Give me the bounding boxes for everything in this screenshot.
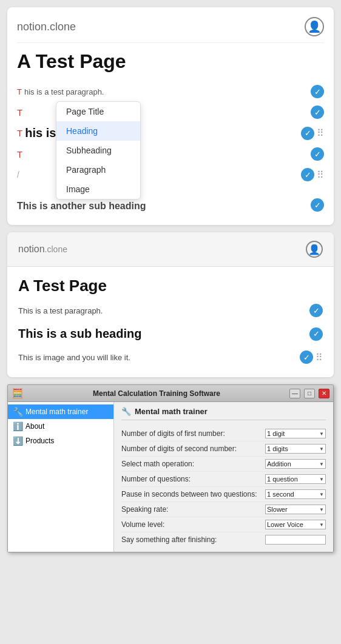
win-content-icon: 🔧 [121, 407, 131, 416]
bottom-subheading-row: This is a sub heading ✓ [18, 321, 323, 347]
bottom-paragraph: This is a test paragraph. [18, 306, 103, 315]
win-titlebar: 🧮 Mental Calculation Training Software —… [8, 385, 333, 402]
sidebar-item-about[interactable]: ℹ️ About [8, 419, 113, 434]
form-row-operation: Select math operation: Addition Subtract… [121, 457, 326, 472]
products-icon: ⬇️ [13, 436, 23, 446]
bottom-page-title: A Test Page [18, 277, 323, 295]
dropdown-paragraph[interactable]: Paragraph [56, 160, 140, 179]
row1-actions: ✓ [311, 85, 324, 98]
bottom-image-row: This is image and you will like it. ✓ ⠿ [18, 347, 323, 367]
row1-check[interactable]: ✓ [311, 85, 324, 98]
select-questions[interactable]: 1 question 5 questions 10 questions [265, 474, 326, 484]
bottom-para-check[interactable]: ✓ [309, 304, 323, 317]
win-sidebar: 🔧 Mental math trainer ℹ️ About ⬇️ Produc… [8, 402, 114, 552]
bottom-brand: notion.clone [18, 244, 67, 255]
row-paragraph-text: T [17, 87, 22, 96]
form-row-first-digits: Number of digits of first number: 1 digi… [121, 426, 326, 441]
dropdown-heading[interactable]: Heading [56, 121, 140, 141]
avatar-icon[interactable]: 👤 [305, 17, 324, 36]
row2-check[interactable]: ✓ [311, 106, 324, 119]
sidebar-item-mental-math[interactable]: 🔧 Mental math trainer [8, 404, 113, 419]
form-row-say-after: Say something after finishing: [121, 532, 326, 547]
row3-drag[interactable]: ⠿ [317, 127, 324, 139]
row5-actions: ✓ ⠿ [301, 168, 324, 181]
select-wrapper-speaking-rate: Slower Normal Faster [265, 505, 326, 514]
page-title: A Test Page [17, 50, 324, 73]
label-say-after: Say something after finishing: [121, 535, 265, 544]
sidebar-item-products-label: Products [25, 437, 54, 445]
dropdown-subheading[interactable]: Subheading [56, 141, 140, 160]
sidebar-item-products[interactable]: ⬇️ Products [8, 434, 113, 448]
form-row-volume: Volume level: Lower Voice Normal Voice L… [121, 517, 326, 532]
bottom-card-body: A Test Page This is a test paragraph. ✓ … [7, 267, 334, 377]
row-heading-typed: T [17, 107, 22, 118]
bottom-image-text: This is image and you will like it. [18, 353, 130, 362]
bottom-sub-check[interactable]: ✓ [309, 327, 323, 341]
win-content: 🔧 Mental math trainer Number of digits o… [114, 402, 333, 552]
bottom-brand-suffix: .clone [45, 244, 67, 254]
bottom-sub-heading: This is a sub heading [18, 327, 141, 341]
mental-math-icon: 🔧 [13, 407, 23, 417]
win-body: 🔧 Mental math trainer ℹ️ About ⬇️ Produc… [8, 402, 333, 552]
form-row-questions: Number of questions: 1 question 5 questi… [121, 472, 326, 487]
content-row-paragraph: T his is a test paragraph. ✓ [17, 81, 324, 102]
select-wrapper-questions: 1 question 5 questions 10 questions [265, 474, 326, 484]
dropdown-image[interactable]: Image [56, 179, 140, 199]
label-operation: Select math operation: [121, 460, 265, 468]
row5-check[interactable]: ✓ [301, 168, 314, 181]
label-questions: Number of questions: [121, 475, 265, 483]
row3-check[interactable]: ✓ [301, 127, 314, 140]
win-minimize-btn[interactable]: — [289, 389, 300, 398]
form-row-speaking-rate: Speaking rate: Slower Normal Faster [121, 502, 326, 517]
win-app: 🧮 Mental Calculation Training Software —… [7, 384, 334, 552]
bottom-brand-main: notion [18, 244, 45, 254]
select-volume[interactable]: Lower Voice Normal Voice Louder Voice [265, 520, 326, 529]
select-speaking-rate[interactable]: Slower Normal Faster [265, 505, 326, 514]
row4-actions: ✓ [311, 147, 324, 161]
select-wrapper-operation: Addition Subtraction Multiplication Divi… [265, 459, 326, 469]
bottom-paragraph-row: This is a test paragraph. ✓ [18, 300, 323, 321]
row2-actions: ✓ [311, 106, 324, 119]
sidebar-item-about-label: About [25, 422, 44, 431]
sidebar-item-mental-math-label: Mental math trainer [25, 408, 88, 416]
another-sub-check[interactable]: ✓ [311, 198, 324, 212]
row3-actions: ✓ ⠿ [301, 127, 324, 140]
select-second-digits[interactable]: 1 digits 2 digits 3 digits [265, 444, 326, 454]
row5-drag[interactable]: ⠿ [317, 169, 324, 181]
bottom-avatar[interactable]: 👤 [306, 241, 323, 258]
row4-check[interactable]: ✓ [311, 147, 324, 161]
slash-input: / [17, 170, 19, 179]
bottom-image-drag[interactable]: ⠿ [316, 352, 323, 363]
label-speaking-rate: Speaking rate: [121, 505, 265, 514]
label-second-digits: Number of digits of second number: [121, 444, 265, 453]
label-pause: Pause in seconds between two questions: [121, 490, 265, 498]
select-pause[interactable]: 1 second 2 seconds 3 seconds [265, 489, 326, 499]
select-first-digits[interactable]: 1 digit 2 digits 3 digits [265, 429, 326, 438]
label-volume: Volume level: [121, 520, 265, 529]
select-wrapper-volume: Lower Voice Normal Voice Louder Voice [265, 520, 326, 529]
form-row-pause: Pause in seconds between two questions: … [121, 487, 326, 502]
top-card: notion.clone 👤 A Test Page T his is a te… [7, 7, 334, 225]
another-sub-text: This is another sub heading [17, 201, 146, 212]
dropdown-menu: Page Title Heading Subheading Paragraph … [56, 101, 141, 200]
label-first-digits: Number of digits of first number: [121, 429, 265, 438]
input-say-after[interactable] [265, 535, 326, 545]
select-wrapper-first-digits: 1 digit 2 digits 3 digits [265, 429, 326, 438]
win-content-title: 🔧 Mental math trainer [121, 407, 326, 420]
select-wrapper-second-digits: 1 digits 2 digits 3 digits [265, 444, 326, 454]
win-content-title-text: Mental math trainer [135, 407, 208, 416]
select-operation[interactable]: Addition Subtraction Multiplication Divi… [265, 459, 326, 469]
bottom-card-header: notion.clone 👤 [7, 232, 334, 267]
top-card-header: notion.clone 👤 [17, 17, 324, 43]
win-close-btn[interactable]: ✕ [319, 389, 329, 398]
row-paragraph-hint: his is a test paragraph. [24, 87, 311, 96]
dropdown-page-title[interactable]: Page Title [56, 102, 140, 121]
bottom-image-check[interactable]: ✓ [300, 351, 313, 364]
win-titlebar-title: Mental Calculation Training Software [27, 389, 286, 398]
bottom-image-actions: ✓ ⠿ [300, 351, 323, 364]
form-row-second-digits: Number of digits of second number: 1 dig… [121, 441, 326, 457]
about-icon: ℹ️ [13, 421, 23, 431]
bottom-card: notion.clone 👤 A Test Page This is a tes… [7, 232, 334, 377]
brand-main: notion [17, 21, 47, 33]
win-restore-btn[interactable]: □ [304, 389, 315, 398]
